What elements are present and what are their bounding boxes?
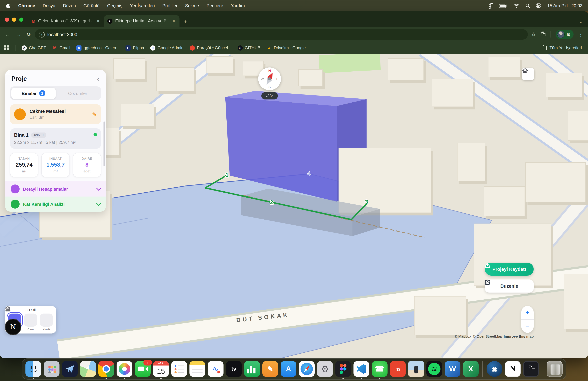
wifi-icon[interactable] <box>514 4 519 8</box>
dock-figma[interactable] <box>335 361 351 377</box>
menu-chrome[interactable]: Chrome <box>18 3 35 8</box>
bookmark-ggtech[interactable]: 5ggtech.co - Calen... <box>77 45 120 50</box>
tab-fikirtepe[interactable]: Fikirtepe Harita - Arsa ve Blok ✕ <box>104 15 180 27</box>
dock-settings[interactable]: ⚙ <box>317 361 333 377</box>
edit-button[interactable]: Duzenle <box>485 279 534 292</box>
dock-maps[interactable] <box>80 361 96 377</box>
osm-attribution[interactable]: © OpenStreetMap <box>473 334 502 338</box>
dock-numbers[interactable] <box>244 361 260 377</box>
bookmark-label: Gmail <box>60 45 70 50</box>
section-detailed-calculations[interactable]: Detayli Hesaplamalar <box>5 181 106 197</box>
setback-card[interactable]: Cekme Mesafesi Esit: 3m ✎ <box>10 104 101 124</box>
dock-notes[interactable] <box>189 361 205 377</box>
dock-chrome[interactable] <box>98 361 114 377</box>
improve-map-link[interactable]: Improve this map <box>504 334 534 338</box>
panel-scrollbar[interactable] <box>104 121 105 166</box>
reload-button[interactable]: ⟳ <box>27 31 31 38</box>
style-option-klasik[interactable]: Klasik <box>39 314 54 331</box>
style-option-cam[interactable]: Cam <box>23 314 38 331</box>
new-tab-button[interactable]: + <box>180 19 191 27</box>
apple-menu-icon[interactable] <box>6 3 11 8</box>
dock-finder[interactable] <box>25 361 41 377</box>
home-button[interactable] <box>522 68 534 80</box>
bookmark-github[interactable]: ◖◗GİTHUB <box>238 45 260 50</box>
dock-appstore[interactable]: A <box>281 361 296 377</box>
bookmark-chatgpt[interactable]: ✳ChatGPT <box>22 45 46 50</box>
tab-binalar[interactable]: Binalar 1 <box>11 88 56 99</box>
save-project-button[interactable]: Projeyi Kaydet! <box>485 263 534 276</box>
menubar-clock[interactable]: 20:03 <box>571 3 583 8</box>
tab-gmail[interactable]: M Gelen Kutusu (1.809) - gurha ✕ <box>28 15 104 27</box>
dock-launchpad[interactable] <box>44 361 60 377</box>
menubar-date[interactable]: 15 Ara Pzt <box>547 3 568 8</box>
map-canvas[interactable]: 1 2 3 4 DUT SOKAK N W E S -33° <box>0 54 588 358</box>
menu-görüntü[interactable]: Görüntü <box>84 3 100 8</box>
menu-profiller[interactable]: Profiller <box>162 3 177 8</box>
menu-sekme[interactable]: Sekme <box>185 3 199 8</box>
dock-steam[interactable]: ◉ <box>486 361 502 377</box>
dock-photofile[interactable] <box>408 361 424 377</box>
mapbox-attribution[interactable]: © Mapbox <box>455 334 471 338</box>
dock-vscode[interactable] <box>354 361 369 377</box>
tab-cozumler[interactable]: Cozumler <box>56 88 100 99</box>
control-center-icon[interactable] <box>536 3 541 8</box>
dock-pages[interactable]: ✎ <box>262 361 278 377</box>
dock-divider <box>543 361 543 377</box>
close-window-button[interactable] <box>5 18 9 22</box>
dock-safari[interactable] <box>299 361 315 377</box>
dock-word[interactable]: W <box>445 361 461 377</box>
zoom-out-button[interactable]: − <box>521 320 534 333</box>
dock-calendar[interactable]: ARA15 <box>153 361 169 377</box>
nextjs-dev-badge[interactable]: N <box>5 319 21 335</box>
bookmark-drive[interactable]: ▲Drive'ım - Google... <box>267 45 309 50</box>
chrome-menu-icon[interactable]: ⋮ <box>578 32 583 37</box>
menu-düzen[interactable]: Düzen <box>63 3 76 8</box>
battery-icon[interactable] <box>499 4 508 8</box>
menu-yardım[interactable]: Yardım <box>231 3 245 8</box>
dock-photos[interactable] <box>117 361 132 377</box>
tab-search-button[interactable]: ⌄ <box>574 19 588 27</box>
dock-tv[interactable]: tv <box>226 361 242 377</box>
bookmark-gadmin[interactable]: GGoogle Admin <box>150 45 184 50</box>
compass-control[interactable]: N W E S <box>258 67 281 90</box>
profile-chip[interactable]: İş <box>556 30 574 39</box>
menu-yer i̇şaretleri[interactable]: Yer İşaretleri <box>130 3 155 8</box>
dock-whatsapp[interactable]: ☎ <box>372 361 388 377</box>
menu-dosya[interactable]: Dosya <box>43 3 55 8</box>
steam-icon: ◉ <box>486 361 502 377</box>
dock-terminal[interactable]: >_ <box>523 361 539 377</box>
menu-pencere[interactable]: Pencere <box>207 3 223 8</box>
dock-notion[interactable]: N <box>505 361 521 377</box>
bookmark-parasut[interactable]: ●Paraşüt • Güncel... <box>190 45 231 50</box>
dock-facetime[interactable]: 1 <box>135 361 151 377</box>
zoom-in-button[interactable]: + <box>521 306 534 319</box>
section-floor-analysis[interactable]: $ Kat Karsiligi Analizi <box>5 197 106 212</box>
dock-redapp[interactable]: » <box>390 361 406 377</box>
building-card[interactable]: Bina 1 #NG_1 22.2m x 11.7m | 5 kat | 259… <box>10 128 101 149</box>
back-button[interactable]: ← <box>5 31 10 38</box>
bookmark-flippa[interactable]: F.Flippa <box>126 45 144 50</box>
dock-spotify[interactable]: ≋ <box>426 361 442 377</box>
dock-excel[interactable]: X <box>463 361 479 377</box>
dock-trash[interactable] <box>547 361 563 377</box>
collapse-panel-icon[interactable]: ‹ <box>96 76 100 82</box>
zoom-window-button[interactable] <box>19 18 23 22</box>
figma-status-icon[interactable] <box>488 3 493 9</box>
menu-geçmiş[interactable]: Geçmiş <box>107 3 122 8</box>
extensions-icon[interactable] <box>541 31 546 38</box>
minimize-window-button[interactable] <box>12 18 16 22</box>
edit-setback-icon[interactable]: ✎ <box>92 111 97 118</box>
bookmark-gmail[interactable]: MGmail <box>52 45 70 50</box>
dock-freeform[interactable]: ∿ <box>208 361 224 377</box>
tab-close-icon[interactable]: ✕ <box>172 19 176 23</box>
bookmark-star-icon[interactable]: ☆ <box>531 31 536 38</box>
spotlight-search-icon[interactable] <box>525 3 530 8</box>
apps-grid-icon[interactable] <box>4 45 9 50</box>
forward-button[interactable]: → <box>16 31 21 38</box>
address-bar[interactable]: i localhost:3000 <box>35 29 528 40</box>
tab-close-icon[interactable]: ✕ <box>96 19 100 23</box>
all-bookmarks-button[interactable]: Tüm Yer İşaretleri <box>536 45 584 51</box>
dock-reminders[interactable] <box>171 361 187 377</box>
site-info-icon[interactable]: i <box>39 31 44 37</box>
dock-telegram[interactable] <box>62 361 78 377</box>
